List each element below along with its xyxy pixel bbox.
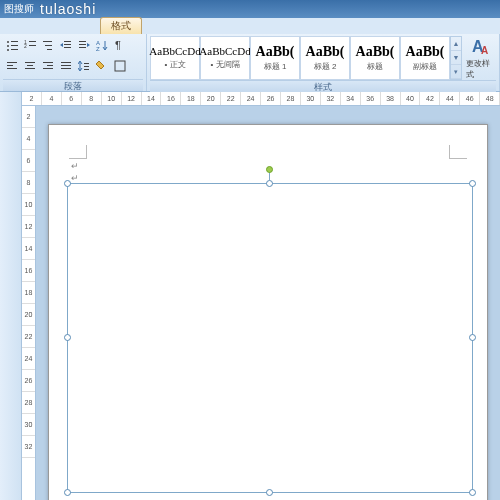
align-center-icon[interactable] [21,57,39,75]
vertical-ruler[interactable]: 2468101214161820222426283032 [22,106,36,500]
ruler-tick: 26 [22,370,35,392]
svg-rect-35 [84,66,89,67]
line-spacing-icon[interactable] [75,57,93,75]
resize-handle[interactable] [469,489,476,496]
ruler-tick: 30 [22,414,35,436]
svg-rect-18 [79,47,86,48]
numbering-icon[interactable]: 12 [21,36,39,54]
watermark-text: tulaoshi [40,1,96,17]
resize-handle[interactable] [64,489,71,496]
resize-handle[interactable] [266,180,273,187]
ruler-tick: 42 [420,92,440,105]
ruler-tick: 32 [321,92,341,105]
align-justify-icon[interactable] [57,57,75,75]
svg-rect-5 [11,49,18,50]
rotation-handle[interactable] [266,166,273,173]
bullets-icon[interactable] [3,36,21,54]
svg-rect-32 [61,65,71,66]
svg-text:A: A [481,45,488,56]
ruler-tick: 22 [221,92,241,105]
svg-rect-27 [25,68,35,69]
svg-rect-30 [43,68,53,69]
ruler-tick: 34 [341,92,361,105]
shading-icon[interactable] [93,57,111,75]
change-styles-icon: AA [470,36,492,58]
svg-point-4 [7,49,9,51]
svg-point-2 [7,45,9,47]
style-title[interactable]: AaBb(标题 [350,36,400,80]
increase-indent-icon[interactable] [75,36,93,54]
resize-handle[interactable] [266,489,273,496]
group-styles-label: 样式 [150,80,496,92]
selected-textbox[interactable] [67,183,473,493]
ruler-tick: 44 [440,92,460,105]
svg-rect-36 [84,69,89,70]
sort-icon[interactable]: AZ [93,36,111,54]
svg-rect-16 [79,41,86,42]
svg-rect-24 [7,68,17,69]
ruler-tick: 36 [361,92,381,105]
svg-rect-34 [84,63,89,64]
style-no-spacing[interactable]: AaBbCcDd• 无间隔 [200,36,250,80]
svg-rect-1 [11,41,18,42]
svg-rect-25 [25,62,35,63]
multilevel-list-icon[interactable] [39,36,57,54]
decrease-indent-icon[interactable] [57,36,75,54]
ruler-tick: 28 [281,92,301,105]
gallery-scroll[interactable]: ▲▼▾ [450,36,462,80]
style-heading1[interactable]: AaBb(标题 1 [250,36,300,80]
resize-handle[interactable] [469,334,476,341]
ribbon-tabstrip: 格式 [0,18,500,34]
svg-rect-31 [61,62,71,63]
margin-corner [449,145,467,159]
ruler-tick: 10 [102,92,122,105]
group-paragraph: 12 AZ ¶ 段落 [0,34,147,91]
style-heading2[interactable]: AaBb(标题 2 [300,36,350,80]
horizontal-ruler[interactable]: 2468101214161820222426283032343638404244… [22,92,500,106]
group-paragraph-label: 段落 [3,79,143,91]
svg-rect-29 [47,65,53,66]
ruler-tick: 4 [22,128,35,150]
style-normal[interactable]: AaBbCcDd• 正文 [150,36,200,80]
ruler-tick: 48 [480,92,500,105]
tab-format[interactable]: 格式 [100,17,142,34]
ruler-tick: 8 [82,92,102,105]
ruler-tick: 20 [201,92,221,105]
show-marks-icon[interactable]: ¶ [111,36,129,54]
document-page[interactable]: ↵ ↵ office之家 OFFICE.JB51.NET [48,124,488,500]
resize-handle[interactable] [469,180,476,187]
ruler-tick: 2 [22,106,35,128]
ruler-tick: 24 [22,348,35,370]
resize-handle[interactable] [64,180,71,187]
svg-rect-22 [7,62,17,63]
navigation-strip [0,92,22,500]
style-gallery[interactable]: AaBbCcDd• 正文 AaBbCcDd• 无间隔 AaBb(标题 1 AaB… [150,36,496,80]
svg-rect-10 [43,41,52,42]
svg-rect-28 [43,62,53,63]
ruler-tick: 32 [22,436,35,458]
svg-rect-13 [64,41,71,42]
svg-rect-15 [64,47,71,48]
ruler-tick: 6 [22,150,35,172]
workspace: 2468101214161820222426283032343638404244… [0,92,500,500]
svg-text:Z: Z [96,46,100,51]
change-styles-button[interactable]: AA 更改样式 [466,36,496,80]
svg-rect-37 [115,61,125,71]
align-left-icon[interactable] [3,57,21,75]
ruler-tick: 10 [22,194,35,216]
ruler-tick: 28 [22,392,35,414]
ruler-tick: 6 [62,92,82,105]
ruler-tick: 18 [181,92,201,105]
svg-text:2: 2 [24,43,27,49]
align-right-icon[interactable] [39,57,57,75]
resize-handle[interactable] [64,334,71,341]
svg-rect-26 [27,65,33,66]
ruler-tick: 12 [122,92,142,105]
ruler-tick: 46 [460,92,480,105]
titlebar: 图搜师 tulaoshi [0,0,500,18]
borders-icon[interactable] [111,57,129,75]
svg-rect-11 [45,45,52,46]
ruler-tick: 26 [261,92,281,105]
style-subtitle[interactable]: AaBb(副标题 [400,36,450,80]
app-title: 图搜师 [4,2,34,16]
